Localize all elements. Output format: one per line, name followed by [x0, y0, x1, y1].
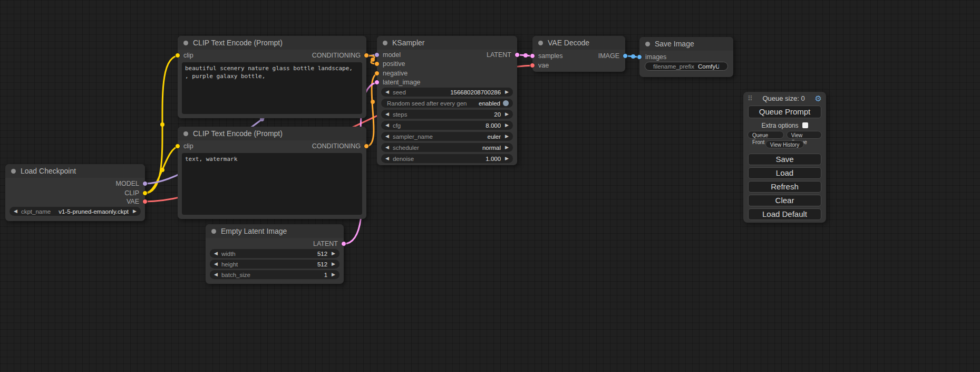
negative-prompt-textarea[interactable]: text, watermark [182, 153, 362, 215]
decrement-arrow-icon[interactable]: ◀ [385, 88, 389, 97]
conditioning-slot-dot[interactable] [364, 144, 369, 149]
input-slot-clip[interactable]: clip [175, 52, 193, 59]
increment-arrow-icon[interactable]: ▶ [505, 110, 509, 119]
node-title-bar[interactable]: KSampler [377, 36, 517, 50]
output-slot-vae[interactable]: VAE [127, 198, 148, 205]
collapse-dot[interactable] [183, 41, 188, 45]
queue-front-button[interactable]: Queue Front [748, 131, 784, 139]
node-title-bar[interactable]: Empty Latent Image [206, 224, 344, 238]
latent-slot-dot[interactable] [515, 52, 520, 58]
refresh-button[interactable]: Refresh [748, 181, 821, 193]
node-title-bar[interactable]: Save Image [639, 37, 733, 51]
decrement-arrow-icon[interactable]: ◀ [385, 110, 389, 119]
load-button[interactable]: Load [748, 167, 821, 179]
node-title-bar[interactable]: VAE Decode [532, 36, 625, 50]
node-clip-text-encode-negative[interactable]: CLIP Text Encode (Prompt) clip CONDITION… [178, 127, 366, 219]
image-slot-dot[interactable] [637, 54, 642, 60]
input-slot-latent-image[interactable]: latent_image [374, 79, 421, 86]
increment-arrow-icon[interactable]: ▶ [505, 88, 509, 97]
extra-options-checkbox[interactable] [802, 122, 808, 128]
increment-arrow-icon[interactable]: ▶ [505, 132, 509, 141]
clear-button[interactable]: Clear [748, 195, 821, 206]
input-slot-positive[interactable]: positive [374, 60, 405, 68]
widget-steps[interactable]: ◀ steps 20 ▶ [381, 110, 513, 119]
input-slot-negative[interactable]: negative [374, 70, 407, 77]
queue-prompt-button[interactable]: Queue Prompt [748, 106, 821, 118]
input-slot-clip[interactable]: clip [175, 142, 193, 150]
increment-arrow-icon[interactable]: ▶ [505, 121, 509, 130]
widget-random-seed-toggle[interactable]: Random seed after every gen enabled [381, 99, 513, 108]
node-save-image[interactable]: Save Image images filename_prefix ComfyU… [639, 37, 733, 77]
node-ksampler[interactable]: KSampler model LATENT positive negative … [377, 36, 517, 165]
collapse-dot[interactable] [183, 131, 188, 136]
latent-slot-dot[interactable] [530, 53, 535, 59]
collapse-dot[interactable] [645, 42, 650, 46]
decrement-arrow-icon[interactable]: ◀ [14, 207, 17, 216]
collapse-dot[interactable] [538, 41, 543, 45]
output-slot-conditioning[interactable]: CONDITIONING [312, 142, 369, 150]
node-title-bar[interactable]: CLIP Text Encode (Prompt) [178, 36, 366, 50]
output-slot-clip[interactable]: CLIP [124, 189, 148, 197]
input-slot-vae[interactable]: vae [530, 62, 549, 69]
conditioning-slot-dot[interactable] [374, 71, 380, 76]
collapse-dot[interactable] [211, 229, 216, 234]
conditioning-slot-dot[interactable] [374, 61, 380, 66]
increment-arrow-icon[interactable]: ▶ [332, 260, 335, 269]
positive-prompt-textarea[interactable]: beautiful scenery nature glass bottle la… [182, 62, 362, 114]
increment-arrow-icon[interactable]: ▶ [505, 143, 509, 152]
node-clip-text-encode-positive[interactable]: CLIP Text Encode (Prompt) clip CONDITION… [178, 36, 366, 118]
clip-slot-dot[interactable] [175, 53, 180, 58]
widget-sampler-name[interactable]: ◀ sampler_name euler ▶ [381, 132, 513, 141]
widget-width[interactable]: ◀ width 512 ▶ [210, 249, 339, 258]
node-vae-decode[interactable]: VAE Decode samples IMAGE vae [532, 36, 625, 72]
output-slot-latent[interactable]: LATENT [313, 240, 346, 247]
node-title-bar[interactable]: Load Checkpoint [5, 164, 145, 178]
model-slot-dot[interactable] [142, 181, 148, 186]
widget-cfg[interactable]: ◀ cfg 8.000 ▶ [381, 121, 513, 130]
increment-arrow-icon[interactable]: ▶ [133, 207, 137, 216]
model-slot-dot[interactable] [374, 52, 380, 58]
output-slot-image[interactable]: IMAGE [598, 52, 628, 60]
decrement-arrow-icon[interactable]: ◀ [214, 270, 218, 279]
latent-slot-dot[interactable] [374, 80, 380, 85]
toggle-indicator[interactable] [503, 100, 509, 106]
drag-handle-icon[interactable]: ⠿ [748, 94, 753, 102]
vae-slot-dot[interactable] [530, 63, 535, 68]
widget-seed[interactable]: ◀ seed 156680208700286 ▶ [381, 88, 513, 97]
output-slot-latent[interactable]: LATENT [487, 51, 520, 59]
decrement-arrow-icon[interactable]: ◀ [385, 143, 389, 152]
decrement-arrow-icon[interactable]: ◀ [385, 132, 389, 141]
node-graph-canvas[interactable]: Load Checkpoint MODEL CLIP VAE ◀ ckpt_na… [0, 0, 980, 372]
input-slot-model[interactable]: model [374, 51, 401, 59]
conditioning-slot-dot[interactable] [364, 53, 369, 58]
view-queue-button[interactable]: View Queue [787, 131, 822, 139]
input-slot-samples[interactable]: samples [530, 52, 563, 60]
node-empty-latent-image[interactable]: Empty Latent Image LATENT ◀ width 512 ▶ … [206, 224, 344, 284]
widget-ckpt-name[interactable]: ◀ ckpt_name v1-5-pruned-emaonly.ckpt ▶ [9, 207, 141, 216]
output-slot-conditioning[interactable]: CONDITIONING [312, 52, 369, 59]
widget-height[interactable]: ◀ height 512 ▶ [210, 260, 339, 269]
latent-slot-dot[interactable] [341, 241, 346, 246]
widget-denoise[interactable]: ◀ denoise 1.000 ▶ [381, 154, 513, 163]
widget-batch-size[interactable]: ◀ batch_size 1 ▶ [210, 270, 339, 279]
collapse-dot[interactable] [383, 41, 387, 45]
widget-scheduler[interactable]: ◀ scheduler normal ▶ [381, 143, 513, 152]
image-slot-dot[interactable] [623, 53, 628, 59]
decrement-arrow-icon[interactable]: ◀ [385, 154, 389, 163]
output-slot-model[interactable]: MODEL [116, 180, 148, 187]
increment-arrow-icon[interactable]: ▶ [332, 270, 335, 279]
node-title-bar[interactable]: CLIP Text Encode (Prompt) [178, 127, 366, 140]
clip-slot-dot[interactable] [142, 190, 148, 196]
comfy-menu-panel[interactable]: ⠿ Queue size: 0 ⚙ Queue Prompt Extra opt… [743, 92, 826, 223]
save-button[interactable]: Save [748, 154, 821, 165]
widget-filename-prefix[interactable]: filename_prefix ComfyUI [645, 62, 728, 71]
increment-arrow-icon[interactable]: ▶ [332, 249, 335, 258]
decrement-arrow-icon[interactable]: ◀ [385, 121, 389, 130]
node-load-checkpoint[interactable]: Load Checkpoint MODEL CLIP VAE ◀ ckpt_na… [5, 164, 145, 221]
settings-gear-icon[interactable]: ⚙ [815, 95, 822, 102]
view-history-button[interactable]: View History [765, 140, 804, 148]
collapse-dot[interactable] [11, 169, 16, 174]
input-slot-images[interactable]: images [637, 53, 666, 61]
decrement-arrow-icon[interactable]: ◀ [214, 249, 218, 258]
decrement-arrow-icon[interactable]: ◀ [214, 260, 218, 269]
